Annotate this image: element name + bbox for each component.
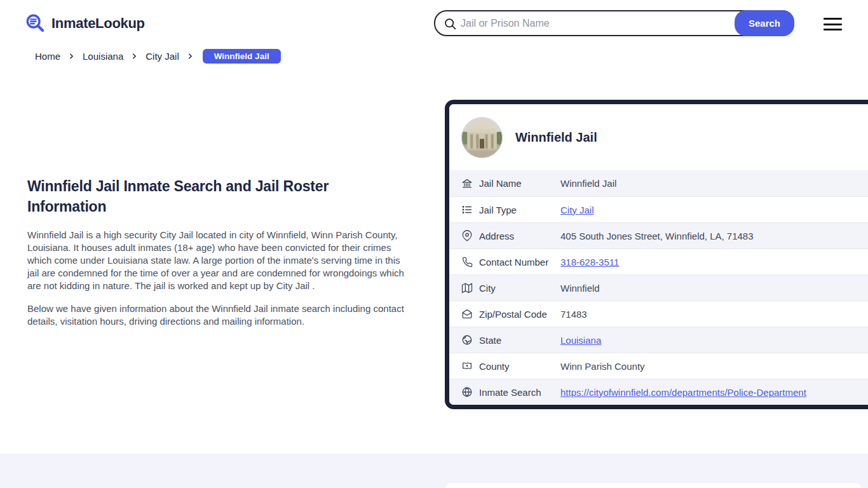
info-row-address: Address 405 South Jones Street, Winnfiel…	[449, 222, 868, 248]
breadcrumb-current-badge: Winnfield Jail	[203, 49, 281, 64]
inmate-search-link[interactable]: https://cityofwinnfield.com/departments/…	[560, 387, 806, 398]
breadcrumb-city-jail[interactable]: City Jail	[146, 51, 179, 62]
list-icon	[461, 204, 473, 215]
map-pin-icon	[461, 230, 473, 241]
hamburger-bar	[824, 29, 842, 30]
info-row-value: Winnfield Jail	[560, 178, 616, 189]
info-row-contact-number: Contact Number 318-628-3511	[449, 248, 868, 274]
info-row-city: City Winnfield	[449, 274, 868, 301]
chevron-right-icon	[130, 52, 139, 60]
chevron-right-icon	[186, 52, 194, 60]
jail-card-header: Winnfield Jail	[449, 104, 868, 170]
jail-card-title: Winnfield Jail	[515, 130, 597, 145]
search-button[interactable]: Search	[735, 10, 794, 36]
breadcrumb-louisiana[interactable]: Louisiana	[83, 51, 123, 62]
jail-info-card: Winnfield Jail Jail Name Winnfield Jail	[445, 100, 868, 409]
map-icon	[461, 282, 473, 294]
info-row-value: Winn Parish County	[560, 361, 645, 372]
page-title: Winnfield Jail Inmate Search and Jail Ro…	[27, 176, 377, 217]
globe-grid-icon	[461, 386, 473, 398]
hamburger-icon[interactable]	[824, 18, 842, 30]
bottom-band	[0, 454, 868, 488]
info-row-jail-name: Jail Name Winnfield Jail	[449, 170, 868, 196]
bank-icon	[461, 178, 473, 189]
info-row-label: State	[479, 335, 560, 346]
info-row-value: Winnfield	[560, 283, 600, 294]
brand-name: InmateLookup	[51, 15, 145, 32]
info-row-label: City	[479, 283, 560, 294]
flag-badge-icon	[461, 360, 473, 372]
article: Winnfield Jail Inmate Search and Jail Ro…	[27, 176, 409, 328]
globe-icon	[461, 334, 473, 346]
info-row-label: County	[479, 361, 560, 372]
hamburger-bar	[824, 18, 842, 20]
breadcrumb-home[interactable]: Home	[35, 51, 60, 62]
envelope-icon	[461, 308, 473, 320]
chevron-right-icon	[67, 52, 76, 60]
info-row-zip-code: Zip/Postal Code 71483	[449, 301, 868, 327]
search-bar: Search	[434, 10, 794, 36]
info-row-label: Jail Type	[479, 205, 560, 215]
info-row-label: Address	[479, 231, 560, 241]
info-row-label: Inmate Search	[479, 387, 560, 398]
info-row-label: Zip/Postal Code	[479, 309, 560, 320]
jail-info-table: Jail Name Winnfield Jail Jail Type City …	[449, 170, 868, 405]
search-input[interactable]	[461, 13, 728, 34]
info-paragraph: Below we have given information about th…	[27, 302, 407, 328]
info-row-county: County Winn Parish County	[449, 353, 868, 379]
jail-type-link[interactable]: City Jail	[560, 205, 594, 215]
info-row-jail-type: Jail Type City Jail	[449, 196, 868, 222]
brand-logo[interactable]: InmateLookup	[25, 13, 145, 34]
contact-number-link[interactable]: 318-628-3511	[560, 257, 619, 268]
info-row-label: Contact Number	[479, 257, 560, 268]
info-row-state: State Louisiana	[449, 327, 868, 353]
magnifier-list-icon	[25, 13, 46, 34]
hamburger-bar	[824, 24, 842, 25]
page: InmateLookup Search Home Louisiana City …	[0, 0, 868, 488]
info-row-value: 405 South Jones Street, Winnfield, LA, 7…	[560, 231, 754, 241]
breadcrumb: Home Louisiana City Jail Winnfield Jail	[35, 48, 281, 64]
phone-icon	[461, 256, 473, 268]
intro-paragraph: Winnfield Jail is a high security City J…	[27, 229, 407, 292]
state-link[interactable]: Louisiana	[560, 335, 601, 346]
search-icon	[444, 17, 457, 30]
next-card-edge	[445, 482, 862, 488]
info-row-value: 71483	[560, 309, 587, 320]
jail-building-photo	[461, 117, 503, 158]
info-row-label: Jail Name	[479, 178, 560, 189]
info-row-inmate-search: Inmate Search https://cityofwinnfield.co…	[449, 379, 868, 405]
